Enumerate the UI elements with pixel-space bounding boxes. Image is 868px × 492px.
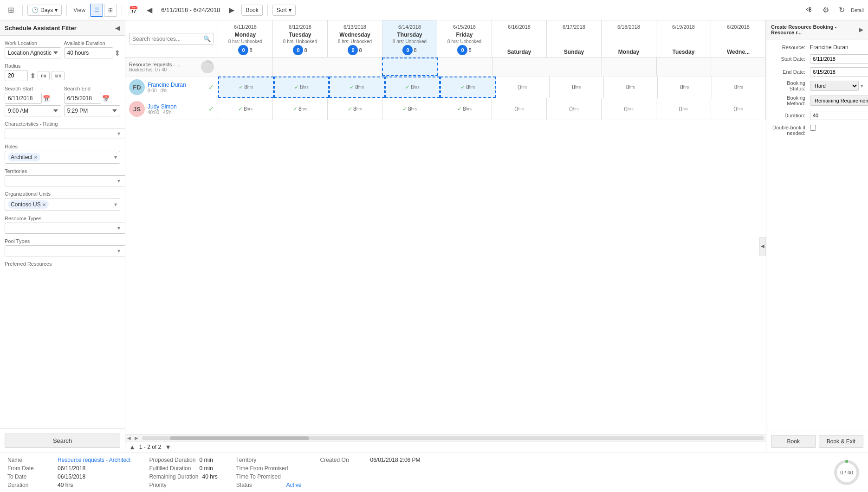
roles-dropdown-icon[interactable]: ▾: [114, 154, 117, 160]
duration-input[interactable]: [810, 111, 868, 120]
cal-icon-btn[interactable]: 📅: [127, 3, 141, 17]
radius-mi-btn[interactable]: mi: [38, 71, 50, 80]
prev-date-btn[interactable]: ◀: [143, 3, 156, 17]
resource-cell-1-0[interactable]: ✓8hrs: [218, 98, 273, 120]
start-date-input[interactable]: [810, 54, 868, 64]
resource-cell-1-8[interactable]: 0hrs: [656, 98, 711, 120]
bottom-name-link[interactable]: Resource requests - Architect: [58, 457, 130, 463]
bottom-proposed-item: Proposed Duration 0 min: [149, 457, 217, 463]
prev-page-btn[interactable]: ▲: [129, 443, 136, 451]
next-page-btn[interactable]: ▼: [165, 443, 171, 451]
end-date-input[interactable]: [810, 67, 868, 77]
resource-cell-1-7[interactable]: 0hrs: [602, 98, 656, 120]
bottom-name-key: Name: [7, 457, 54, 463]
work-location-select[interactable]: Location Agnostic: [5, 47, 61, 58]
book-btn-panel[interactable]: Book: [771, 435, 816, 448]
list-view-btn[interactable]: ☰: [90, 4, 103, 17]
resource-name-0[interactable]: Francine Duran: [148, 82, 206, 88]
search-end-cal-icon[interactable]: 📅: [102, 95, 110, 102]
search-resources-input[interactable]: [132, 36, 203, 42]
territories-input[interactable]: [5, 175, 125, 186]
end-date-input-wrap: 📅: [810, 67, 868, 77]
sort-dropdown[interactable]: Sort ▾: [272, 5, 296, 16]
radius-spinner[interactable]: ⬍: [30, 71, 36, 80]
grid-view-btn[interactable]: ⊞: [104, 4, 117, 17]
resource-cell-0-8[interactable]: 8hrs: [658, 77, 712, 98]
resource-cell-1-5[interactable]: 0hrs: [492, 98, 547, 120]
search-start-cal-icon[interactable]: 📅: [43, 95, 50, 102]
resource-cell-0-1[interactable]: ✓8hrs: [274, 77, 330, 98]
pool-types-input[interactable]: [5, 245, 125, 256]
top-toolbar: ⊞ 🕐 Days ▾ View ☰ ⊞ 📅 ◀ 6/11/2018 - 6/24…: [0, 0, 868, 20]
days-dropdown[interactable]: 🕐 Days ▾: [27, 5, 62, 16]
hscroll-thumb[interactable]: [170, 436, 309, 440]
org-units-dropdown-icon[interactable]: ▾: [114, 201, 117, 208]
resource-cell-1-1[interactable]: ✓8hrs: [273, 98, 328, 120]
territories-dropdown-icon[interactable]: ▾: [117, 178, 120, 184]
hscroll-track[interactable]: [142, 436, 764, 440]
bottom-status-link[interactable]: Active: [286, 482, 302, 488]
characteristics-dropdown-icon[interactable]: ▾: [117, 130, 120, 137]
eye-icon-btn[interactable]: 👁: [803, 3, 817, 17]
resource-cell-0-9[interactable]: 8hrs: [712, 77, 766, 98]
org-units-tag-contoso-close[interactable]: ✕: [42, 202, 46, 207]
settings-icon-btn[interactable]: ⚙: [819, 3, 833, 17]
booking-method-select[interactable]: Remaining Requirement: [810, 96, 868, 106]
right-panel-expand-btn[interactable]: ▶: [859, 26, 863, 33]
resource-cell-0-4[interactable]: ✓8hrs: [440, 77, 496, 98]
resource-cell-0-6[interactable]: 8hrs: [550, 77, 604, 98]
roles-tag-architect-close[interactable]: ✕: [34, 155, 38, 160]
resource-cell-1-3[interactable]: ✓8hrs: [382, 98, 437, 120]
resource-types-dropdown-icon[interactable]: ▾: [117, 225, 120, 231]
roles-tag-input[interactable]: Architect ✕ ▾: [5, 151, 120, 164]
details-icon-btn[interactable]: Detail: [850, 3, 864, 17]
available-duration-spinner[interactable]: ⬍: [114, 49, 120, 58]
search-resources-box[interactable]: 🔍: [129, 33, 214, 45]
booking-status-dropdown-icon[interactable]: ▾: [861, 83, 863, 89]
bottom-territory-item: Territory: [236, 457, 302, 463]
characteristics-input[interactable]: [5, 128, 125, 139]
bottom-status-key: Status: [236, 482, 283, 488]
cell-zero-1-5: 0: [514, 105, 518, 113]
next-date-btn[interactable]: ▶: [225, 3, 239, 17]
book-exit-btn-panel[interactable]: Book & Exit: [819, 435, 864, 448]
request-cell-3: [382, 58, 438, 76]
scroll-left-arrow[interactable]: ◀: [125, 435, 133, 441]
characteristics-label: Characteristics - Rating: [5, 121, 120, 127]
cell-zero-1-6: 0: [569, 105, 573, 113]
right-icons: 👁 ⚙ ↻ Detail: [803, 3, 864, 17]
resource-cell-1-6[interactable]: 0hrs: [547, 98, 602, 120]
resource-cell-0-3[interactable]: ✓8hrs: [385, 77, 440, 98]
double-book-checkbox[interactable]: [810, 125, 816, 131]
bottom-time-from-item: Time From Promised: [236, 465, 302, 472]
resource-cell-0-0[interactable]: ✓8hrs: [218, 77, 274, 98]
pool-types-label: Pool Types: [5, 238, 120, 244]
org-units-tag-input[interactable]: Contoso US ✕ ▾: [5, 198, 120, 211]
resource-cell-0-5[interactable]: 0hrs: [496, 77, 550, 98]
roles-label: Roles: [5, 144, 120, 149]
search-button[interactable]: Search: [5, 434, 120, 448]
resource-name-1[interactable]: Judy Simon: [148, 103, 206, 110]
booking-status-form-label: Booking Status:: [771, 80, 808, 91]
pool-types-dropdown-icon[interactable]: ▾: [117, 248, 120, 254]
grid-icon-btn[interactable]: ⊞: [4, 3, 18, 17]
booking-status-select[interactable]: Hard Soft: [810, 81, 859, 91]
resource-types-input[interactable]: [5, 223, 125, 234]
resource-cell-1-9[interactable]: 0hrs: [711, 98, 766, 120]
radius-input[interactable]: [5, 70, 28, 81]
resource-cell-1-2[interactable]: ✓8hrs: [328, 98, 382, 120]
book-btn-toolbar[interactable]: Book: [241, 5, 262, 16]
resource-cell-1-4[interactable]: ✓8hrs: [437, 98, 492, 120]
search-start-date[interactable]: [5, 93, 42, 104]
left-panel-collapse-btn[interactable]: ◀: [115, 24, 120, 32]
refresh-icon-btn[interactable]: ↻: [835, 3, 849, 17]
search-end-time[interactable]: 5:29 PM: [64, 105, 121, 116]
scroll-right-arrow[interactable]: ▶: [133, 435, 140, 441]
search-end-date[interactable]: [64, 93, 101, 104]
search-start-time[interactable]: 9:00 AM: [5, 105, 61, 116]
resource-cell-0-7[interactable]: 8hrs: [604, 77, 658, 98]
resource-cell-0-2[interactable]: ✓8hrs: [329, 77, 385, 98]
right-panel-collapse-handle[interactable]: ◀: [759, 237, 766, 256]
available-duration-input[interactable]: [64, 47, 114, 58]
radius-km-btn[interactable]: km: [52, 71, 65, 80]
